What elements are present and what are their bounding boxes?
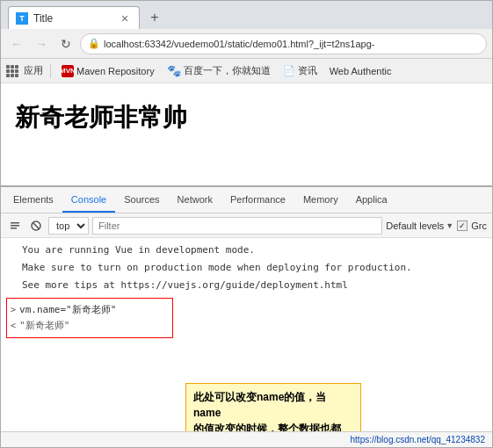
tab-application[interactable]: Applica — [347, 188, 396, 213]
svg-rect-2 — [11, 228, 17, 229]
tab-memory[interactable]: Memory — [294, 188, 347, 213]
new-tab-button[interactable]: + — [143, 6, 166, 29]
browser-tab[interactable]: T Title × — [8, 6, 140, 29]
status-bar: https://blog.csdn.net/qq_41234832 — [1, 431, 492, 447]
news-label: 资讯 — [298, 64, 317, 77]
reload-button[interactable]: ↻ — [55, 33, 76, 54]
context-select[interactable]: top — [48, 217, 89, 235]
devtools-panel: Elements Console Sources Network Perform… — [1, 185, 492, 431]
annotation-box: 此处可以改变name的值，当name 的值改变的时候，整个数据也都 会发生改变 — [185, 383, 361, 431]
apps-button[interactable]: 应用 — [6, 64, 43, 77]
maven-label: Maven Repository — [76, 66, 155, 76]
tab-favicon: T — [16, 12, 28, 25]
forward-icon: → — [35, 37, 47, 51]
title-bar: T Title × + — [1, 1, 492, 29]
console-message-3: See more tips at https://vuejs.org/guide… — [1, 277, 492, 294]
clear-console-button[interactable] — [6, 217, 24, 235]
tab-close-button[interactable]: × — [118, 11, 132, 25]
tab-elements[interactable]: Elements — [4, 188, 62, 213]
page-content: 新奇老师非常帅 Elements Console Sources Network — [1, 83, 492, 431]
page-icon: 📄 — [283, 65, 295, 76]
baidu-icon: 🐾 — [167, 64, 181, 77]
log-code-1: vm.name="新奇老师" — [19, 302, 116, 318]
grc-label: Grc — [471, 220, 487, 231]
maven-icon: MVN — [62, 65, 74, 77]
console-output: You are running Vue in development mode.… — [1, 238, 492, 431]
page-heading: 新奇老师非常帅 — [15, 101, 478, 134]
stop-button[interactable] — [27, 217, 45, 235]
grc-checkbox[interactable] — [457, 220, 468, 231]
log-result-2: "新奇老师" — [19, 318, 69, 334]
devtools-toolbar: top Default levels ▼ Grc — [1, 213, 492, 238]
tab-network[interactable]: Network — [169, 188, 221, 213]
log-arrow-2: < — [11, 318, 16, 334]
browser-window: T Title × + ← → ↻ 🔒 localhost:63342/vued… — [0, 0, 493, 448]
back-icon: ← — [11, 37, 23, 51]
tab-sources[interactable]: Sources — [115, 188, 168, 213]
bookmark-maven[interactable]: MVN Maven Repository — [58, 63, 158, 79]
log-arrow-1: > — [11, 302, 16, 318]
webauth-label: Web Authentic — [330, 66, 392, 76]
bookmark-webauth[interactable]: Web Authentic — [326, 64, 395, 78]
apps-label: 应用 — [24, 64, 43, 77]
svg-rect-1 — [11, 225, 19, 227]
devtools-tabs: Elements Console Sources Network Perform… — [1, 187, 492, 213]
levels-chevron-icon: ▼ — [446, 221, 453, 230]
forward-button[interactable]: → — [31, 33, 52, 54]
address-bar[interactable]: 🔒 localhost:63342/vuedemo01/static/demo0… — [80, 33, 487, 54]
bookmark-separator — [50, 64, 51, 78]
svg-rect-0 — [11, 222, 19, 224]
console-logged-section: > vm.name="新奇老师" < "新奇老师" — [6, 298, 173, 338]
bookmark-page[interactable]: 📄 资讯 — [279, 62, 321, 79]
baidu-label: 百度一下，你就知道 — [184, 64, 271, 77]
console-message-1: You are running Vue in development mode. — [1, 242, 492, 259]
log-line-2: < "新奇老师" — [11, 318, 169, 334]
filter-input[interactable] — [92, 217, 382, 235]
stop-icon — [31, 220, 41, 231]
bookmark-baidu[interactable]: 🐾 百度一下，你就知道 — [163, 62, 274, 79]
page-main: 新奇老师非常帅 — [1, 83, 492, 198]
log-line-1: > vm.name="新奇老师" — [11, 302, 169, 318]
nav-bar: ← → ↻ 🔒 localhost:63342/vuedemo01/static… — [1, 29, 492, 59]
devtools-body: You are running Vue in development mode.… — [1, 238, 492, 431]
default-levels-label: Default levels ▼ — [386, 220, 453, 231]
url-preview: https://blog.csdn.net/qq_41234832 — [351, 435, 485, 444]
tab-title: Title — [33, 12, 112, 25]
tab-performance[interactable]: Performance — [221, 188, 294, 213]
secure-icon: 🔒 — [88, 38, 100, 49]
back-button[interactable]: ← — [6, 33, 27, 54]
svg-line-4 — [33, 222, 40, 229]
tab-console[interactable]: Console — [62, 188, 115, 213]
reload-icon: ↻ — [61, 37, 71, 51]
bookmarks-bar: 应用 MVN Maven Repository 🐾 百度一下，你就知道 📄 资讯… — [1, 59, 492, 83]
apps-icon — [6, 65, 18, 77]
console-message-2: Make sure to turn on production mode whe… — [1, 259, 492, 277]
annotation-text: 此处可以改变name的值，当name 的值改变的时候，整个数据也都 会发生改变 — [193, 391, 341, 431]
clear-icon — [10, 220, 20, 231]
address-text: localhost:63342/vuedemo01/static/demo01.… — [104, 39, 375, 49]
